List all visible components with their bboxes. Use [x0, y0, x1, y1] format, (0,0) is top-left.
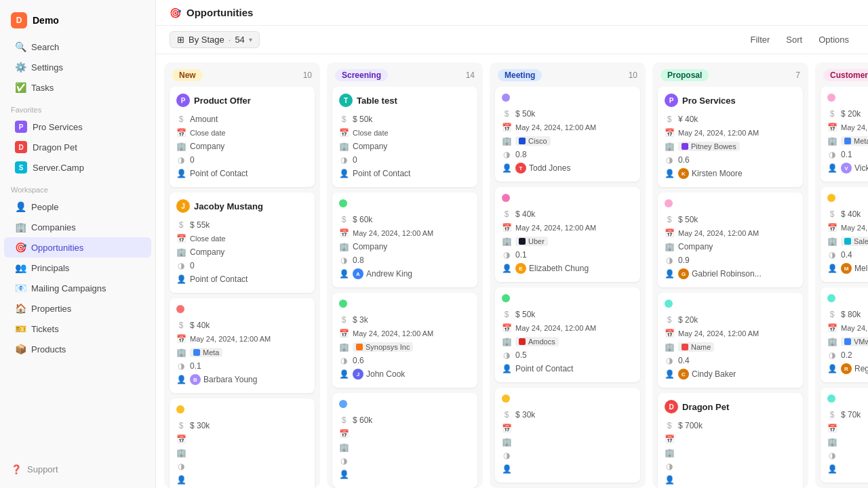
card-field-contact: 👤JJohn Cook [339, 367, 471, 381]
kanban-card[interactable]: $$ 50k📅May 24, 2024, 12:00 AM🏢Company◑0.… [658, 192, 803, 287]
filter-button[interactable]: Filter [745, 32, 775, 47]
kanban-card[interactable]: $$ 30k📅🏢◑👤 [170, 399, 315, 488]
calendar-icon: 📅 [339, 429, 349, 439]
building-icon: 🏢 [502, 237, 511, 246]
company-dot [682, 143, 688, 150]
sidebar-fav-pro-services[interactable]: P Pro Services [4, 117, 151, 137]
contact-avatar: A [353, 268, 363, 279]
card-header [176, 305, 308, 313]
kanban-card[interactable]: $$ 70k📅🏢◑👤 [821, 388, 868, 483]
building-icon: 🏢 [339, 142, 349, 151]
stage-view-button[interactable]: ⊞ By Stage · 54 ▾ [170, 31, 260, 48]
options-button[interactable]: Options [813, 32, 854, 47]
chart-icon: ◑ [176, 361, 186, 371]
chart-icon: ◑ [665, 256, 674, 265]
kanban-card[interactable]: $$ 40k📅May 24, 2024, 12:00 AM🏢Uber◑0.1👤E… [495, 187, 640, 282]
dollar-icon: $ [665, 115, 674, 124]
sidebar-item-properties[interactable]: 🏠 Properties [4, 298, 151, 319]
person-badge: TTodd Jones [515, 163, 570, 174]
card-dot [502, 394, 510, 403]
stage-count: 10 [629, 70, 637, 80]
kanban-card[interactable]: JJacoby Mustang$$ 55k📅Close date🏢Company… [170, 192, 315, 293]
kanban-card[interactable]: PProduct Offer$Amount📅Close date🏢Company… [170, 87, 315, 187]
principals-icon: 👥 [15, 262, 26, 273]
sidebar-item-opportunities[interactable]: 🎯 Opportunities [4, 237, 151, 258]
card-field-date: 📅May 24, 2024, 12:00 AM [339, 327, 471, 340]
card-header: DDragon Pet [665, 400, 796, 413]
kanban-card[interactable]: $$ 40k📅May 24, 2024, 12:...🏢Salesforce◑0… [821, 187, 868, 282]
kanban-card[interactable]: $$ 3k📅May 24, 2024, 12:00 AM🏢Synopsys In… [332, 293, 477, 388]
sidebar-item-tickets[interactable]: 🎫 Tickets [4, 319, 151, 339]
sidebar-fav-server-camp[interactable]: S Server.Camp [4, 157, 151, 178]
sidebar-logo[interactable]: D Demo [0, 8, 155, 37]
col-cards-proposal: PPro Services$¥ 40k📅May 24, 2024, 12:00 … [652, 87, 808, 488]
col-cards-screening: TTable test$$ 50k📅Close date🏢Company◑0👤P… [327, 87, 483, 488]
card-field-company: 🏢Pitney Bowes [665, 140, 796, 153]
sidebar-fav-dragon-pet[interactable]: D Dragon Pet [4, 137, 151, 157]
sidebar-item-mailing[interactable]: 📧 Mailing Campaigns [4, 278, 151, 298]
sidebar-item-people[interactable]: 👤 People [4, 197, 151, 217]
card-field-amount: $$ 40k [827, 207, 868, 221]
dollar-icon: $ [339, 115, 349, 124]
sidebar-item-products[interactable]: 📦 Products [4, 339, 151, 359]
sidebar-item-companies[interactable]: 🏢 Companies [4, 217, 151, 237]
sidebar-item-label: Principals [31, 263, 69, 273]
date-value: May 24, 2024, 12:... [841, 324, 868, 332]
dollar-icon: $ [339, 315, 349, 325]
kanban-card[interactable]: $$ 60k📅May 24, 2024, 12:00 AM🏢Company◑0.… [332, 192, 477, 287]
sidebar-item-settings[interactable]: ⚙️ Settings [4, 57, 151, 77]
kanban-column-screening: Screening14TTable test$$ 50k📅Close date🏢… [327, 62, 483, 488]
stage-badge: Screening [335, 69, 388, 81]
company-name: Uber [528, 237, 545, 245]
person-badge: CCindy Baker [678, 369, 736, 380]
sidebar-item-tasks[interactable]: ✅ Tasks [4, 77, 151, 98]
dollar-icon: $ [502, 310, 511, 319]
kanban-card[interactable]: $$ 20k📅May 24, 2024, 12:00 AM🏢Name◑0.4👤C… [658, 293, 803, 388]
building-icon: 🏢 [176, 348, 186, 357]
view-icon: ⊞ [177, 35, 184, 45]
card-field-company: 🏢 [665, 446, 796, 460]
card-dot [339, 300, 347, 308]
card-field-company: 🏢Uber [502, 235, 633, 248]
company-badge: Uber [515, 237, 548, 246]
chart-icon: ◑ [339, 256, 349, 265]
kanban-card[interactable]: $$ 60k📅🏢◑👤 [332, 393, 477, 488]
card-field-probability: ◑0.2 [827, 348, 868, 362]
support-item[interactable]: ❓ Support [0, 459, 155, 480]
card-avatar: P [665, 94, 678, 107]
sidebar-item-principals[interactable]: 👥 Principals [4, 258, 151, 278]
kanban-card[interactable]: $$ 20k📅May 24, 2024, 12:...🏢Meta◑0.1👤VVi… [821, 87, 868, 182]
kanban-card[interactable]: $$ 50k📅May 24, 2024, 12:00 AM🏢Amdocs◑0.5… [495, 287, 640, 382]
kanban-card[interactable]: TTable test$$ 50k📅Close date🏢Company◑0👤P… [332, 87, 477, 187]
date-value: Close date [190, 235, 226, 243]
amount-value: $ 50k [678, 215, 698, 224]
card-title: Product Offer [194, 96, 251, 106]
stage-badge: Customer [823, 69, 868, 81]
sort-button[interactable]: Sort [781, 32, 808, 47]
date-value: May 24, 2024, 12:00 AM [515, 123, 596, 131]
amount-value: $ 40k [841, 209, 861, 219]
amount-value: $ 700k [678, 421, 703, 430]
chart-icon: ◑ [339, 155, 349, 165]
kanban-card[interactable]: PPro Services$¥ 40k📅May 24, 2024, 12:00 … [658, 87, 803, 187]
sidebar-favorites: P Pro Services D Dragon Pet S Server.Cam… [0, 117, 155, 178]
fav-avatar-server-camp: S [15, 161, 27, 174]
kanban-card[interactable]: $$ 50k📅May 24, 2024, 12:00 AM🏢Cisco◑0.8👤… [495, 87, 640, 182]
kanban-card[interactable]: DDragon Pet$$ 700k📅🏢◑👤 [658, 393, 803, 488]
col-cards-meeting: $$ 50k📅May 24, 2024, 12:00 AM🏢Cisco◑0.8👤… [490, 87, 646, 488]
kanban-card[interactable]: $$ 30k📅🏢◑👤 [495, 388, 640, 483]
col-header-new: New10 [164, 62, 320, 87]
card-dot [665, 199, 673, 207]
amount-value: $ 3k [353, 315, 368, 325]
card-field-company: 🏢Amdocs [502, 335, 633, 348]
kanban-card[interactable]: $$ 80k📅May 24, 2024, 12:...🏢VMware◑0.2👤R… [821, 287, 868, 382]
calendar-icon: 📅 [665, 228, 674, 238]
date-value: Close date [190, 129, 226, 137]
card-header [827, 94, 868, 102]
sidebar-item-search[interactable]: 🔍 Search [4, 37, 151, 57]
person-icon: 👤 [339, 369, 349, 379]
card-dot [176, 405, 184, 413]
chart-icon: ◑ [827, 451, 837, 460]
kanban-card[interactable]: $$ 40k📅May 24, 2024, 12:00 AM🏢Meta◑0.1👤B… [170, 298, 315, 393]
company-badge: Salesforce [841, 237, 868, 246]
